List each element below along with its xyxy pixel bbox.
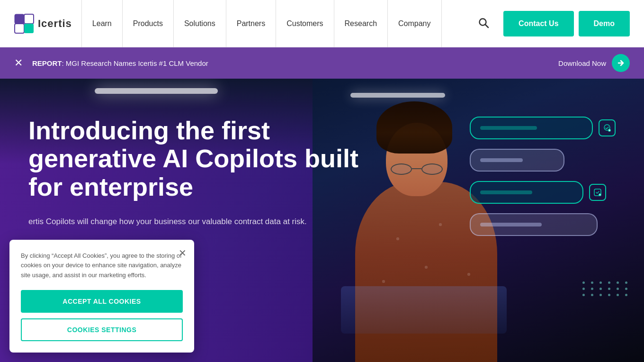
- banner-label-strong: REPORT: [32, 59, 62, 67]
- logo-link[interactable]: Icertis: [14, 14, 72, 34]
- laptop-area: [341, 286, 507, 334]
- nav-item-customers[interactable]: Customers: [276, 0, 334, 47]
- chat-bubble-2: [470, 149, 564, 172]
- banner-cta[interactable]: Download Now: [558, 54, 630, 72]
- chat-bubbles-container: [470, 117, 616, 236]
- banner-cta-label: Download Now: [558, 59, 606, 67]
- chat-bubble-4: [470, 213, 598, 236]
- banner-arrow-icon[interactable]: [612, 54, 630, 72]
- chat-row-4: [470, 213, 616, 236]
- banner-label-text: : MGI Research Names Icertis #1 CLM Vend…: [62, 59, 208, 67]
- cookie-body-text: By clicking “Accept All Cookies”, you ag…: [21, 251, 183, 281]
- hero-title: Introducing the first generative AI Copi…: [28, 117, 388, 201]
- cookies-settings-button[interactable]: Cookies Settings: [21, 318, 183, 341]
- cookie-close-button[interactable]: ✕: [179, 247, 187, 259]
- search-icon: [478, 17, 489, 28]
- chat-icon-1: [599, 119, 616, 136]
- svg-rect-0: [15, 14, 24, 24]
- banner-close-button[interactable]: ✕: [14, 57, 23, 69]
- nav-item-company[interactable]: Company: [388, 0, 441, 47]
- logo-icon: [14, 14, 34, 34]
- svg-rect-2: [15, 24, 24, 33]
- chat-row-2: [470, 149, 616, 172]
- svg-line-5: [485, 25, 488, 27]
- search-button[interactable]: [471, 17, 496, 30]
- demo-button[interactable]: Demo: [579, 11, 630, 36]
- chat-bubble-3: [470, 181, 583, 204]
- chat-row-1: [470, 117, 616, 139]
- logo-text: Icertis: [38, 18, 72, 30]
- banner-text: REPORT: MGI Research Names Icertis #1 CL…: [32, 59, 558, 67]
- contact-us-button[interactable]: Contact Us: [503, 11, 573, 36]
- nav-item-partners[interactable]: Partners: [226, 0, 276, 47]
- hero-content: Introducing the first generative AI Copi…: [28, 117, 388, 228]
- nav-item-products[interactable]: Products: [123, 0, 174, 47]
- holo-dots: [578, 277, 635, 334]
- header-cta-group: Contact Us Demo: [503, 11, 630, 36]
- chat-row-3: [470, 181, 616, 204]
- header: Icertis Learn Products Solutions Partner…: [0, 0, 644, 47]
- light-bar: [95, 88, 218, 94]
- hero-subtitle: ertis Copilots will change how your busi…: [28, 215, 313, 228]
- main-nav: Learn Products Solutions Partners Custom…: [81, 0, 464, 47]
- ceiling-light-photo: [350, 93, 445, 98]
- svg-rect-1: [24, 14, 34, 24]
- chat-icon-2: [589, 184, 606, 201]
- nav-item-solutions[interactable]: Solutions: [174, 0, 226, 47]
- svg-rect-3: [24, 24, 34, 33]
- person-glasses: [391, 163, 443, 175]
- nav-item-learn[interactable]: Learn: [81, 0, 123, 47]
- announcement-banner: ✕ REPORT: MGI Research Names Icertis #1 …: [0, 47, 644, 79]
- chat-bubble-1: [470, 117, 593, 139]
- nav-item-research[interactable]: Research: [334, 0, 388, 47]
- cookie-consent-dialog: ✕ By clicking “Accept All Cookies”, you …: [9, 240, 194, 353]
- accept-all-cookies-button[interactable]: Accept All Cookies: [21, 290, 183, 313]
